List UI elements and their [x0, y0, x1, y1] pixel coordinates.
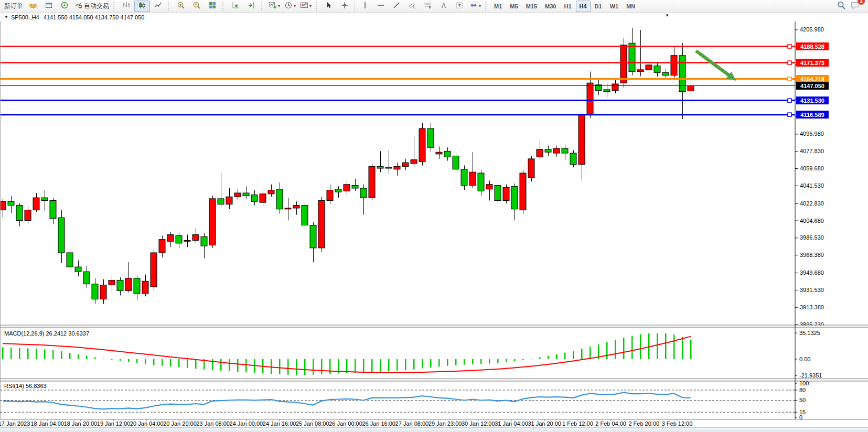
chart-background	[0, 13, 868, 427]
timeframe-MN[interactable]: MN	[623, 1, 639, 12]
svg-text:24 Jan 16:00: 24 Jan 16:00	[263, 420, 296, 427]
candlestick-chart-button[interactable]	[134, 1, 150, 12]
timeframe-D1[interactable]: D1	[591, 1, 606, 12]
crosshair-icon	[340, 1, 349, 11]
arrows-button[interactable]: ▾	[467, 1, 483, 12]
clock-icon	[284, 1, 293, 11]
svg-text:18 Jan 20:00: 18 Jan 20:00	[64, 420, 98, 427]
tile-windows-icon	[208, 1, 217, 11]
auto-trading-label: 自动交易	[84, 2, 109, 10]
bar-chart-button[interactable]	[119, 1, 134, 12]
trendline-button[interactable]	[389, 1, 404, 12]
svg-text:0: 0	[799, 414, 802, 420]
data-window-icon	[45, 1, 53, 11]
svg-text:4059.680: 4059.680	[800, 165, 824, 171]
svg-text:4147.050: 4147.050	[800, 83, 824, 89]
fibonacci-button[interactable]: F	[420, 1, 436, 12]
market-watch-button[interactable]	[25, 1, 41, 12]
timeframe-H4[interactable]: H4	[576, 1, 591, 12]
timeframe-M5[interactable]: M5	[506, 1, 521, 12]
zoom-in-button[interactable]	[173, 1, 189, 12]
svg-text:31 Jan 04:00: 31 Jan 04:00	[495, 420, 528, 427]
svg-text:31 Jan 20:00: 31 Jan 20:00	[528, 420, 561, 427]
new-chart-icon	[269, 1, 277, 11]
notification-badge: 1	[858, 0, 865, 5]
crosshair-button[interactable]	[337, 1, 352, 12]
auto-scroll-icon	[231, 1, 240, 11]
toolbar-separator	[222, 2, 226, 11]
svg-text:27 Jan 08:00: 27 Jan 08:00	[395, 420, 429, 427]
candlestick-chart-icon	[138, 1, 146, 11]
timeframe-M15[interactable]: M15	[522, 1, 541, 12]
svg-text:19 Jan 12:00: 19 Jan 12:00	[97, 420, 131, 427]
new-order-button[interactable]: 新订单	[2, 1, 25, 12]
timeframe-M30[interactable]: M30	[541, 1, 560, 12]
horizontal-line-icon	[377, 1, 385, 11]
period-button[interactable]: ▾	[282, 1, 298, 12]
cursor-button[interactable]	[321, 1, 337, 12]
text-button[interactable]: A	[436, 1, 452, 12]
svg-text:T: T	[458, 3, 462, 8]
market-watch-icon	[29, 1, 37, 11]
chart-shift-icon	[247, 1, 255, 11]
timeframe-H1[interactable]: H1	[560, 1, 575, 12]
svg-text:4205.980: 4205.980	[800, 26, 824, 33]
notifications-button[interactable]: 1	[850, 1, 861, 12]
trendline-icon	[392, 1, 401, 11]
svg-text:23 Jan 08:00: 23 Jan 08:00	[196, 420, 230, 427]
svg-text:4171.373: 4171.373	[800, 60, 824, 66]
toolbar-right-group: 1	[837, 1, 866, 12]
svg-text:4131.530: 4131.530	[800, 98, 824, 104]
line-chart-button[interactable]	[150, 1, 166, 12]
chart-ohlc-values: 4141.550 4154.050 4134.750 4147.050	[44, 14, 145, 20]
horizontal-line-button[interactable]	[373, 1, 389, 12]
chart-title-strip: ▼ SP500-,H4 4141.550 4154.050 4134.750 4…	[0, 13, 868, 21]
scroll-to-end-marker[interactable]: ▼	[665, 13, 669, 18]
navigator-icon	[60, 1, 69, 11]
tile-windows-button[interactable]	[205, 1, 220, 12]
price-chart[interactable]: 4205.9804187.8304169.1304150.9804132.830…	[0, 0, 868, 432]
auto-trading-icon	[74, 1, 83, 11]
svg-text:4004.680: 4004.680	[800, 218, 824, 224]
new-chart-button[interactable]: ▾	[266, 1, 282, 12]
text-label-button[interactable]: T	[452, 1, 467, 12]
svg-text:4041.530: 4041.530	[800, 182, 824, 189]
svg-text:50: 50	[799, 397, 806, 403]
svg-text:24 Jan 00:00: 24 Jan 00:00	[230, 420, 263, 427]
timeframe-M1[interactable]: M1	[490, 1, 506, 12]
zoom-out-button[interactable]	[189, 1, 205, 12]
svg-text:3968.380: 3968.380	[800, 252, 824, 258]
svg-text:29 Jan 23:00: 29 Jan 23:00	[428, 420, 462, 427]
search-icon[interactable]	[837, 1, 846, 12]
chart-collapse-icon[interactable]: ▼	[4, 15, 8, 19]
svg-text:1 Feb 12:00: 1 Feb 12:00	[562, 420, 593, 427]
svg-text:100: 100	[799, 380, 809, 386]
rsi-indicator-label: RSI(14) 56.8363	[4, 383, 47, 389]
auto-scroll-button[interactable]	[228, 1, 243, 12]
vertical-line-button[interactable]	[357, 1, 373, 12]
template-icon	[300, 1, 308, 11]
auto-trading-button[interactable]: 自动交易	[72, 1, 111, 12]
template-button[interactable]: ▾	[298, 1, 314, 12]
svg-text:4077.830: 4077.830	[800, 148, 824, 154]
svg-text:0.00: 0.00	[799, 356, 810, 362]
vertical-line-icon	[361, 1, 369, 11]
toolbar-separator	[168, 2, 171, 11]
toolbar-separator	[485, 2, 488, 11]
svg-text:80: 80	[799, 387, 806, 393]
timeframe-W1[interactable]: W1	[606, 1, 623, 12]
chart-shift-button[interactable]	[243, 1, 259, 12]
svg-text:4022.830: 4022.830	[800, 200, 824, 207]
svg-text:2 Feb 20:00: 2 Feb 20:00	[628, 420, 659, 427]
equidistant-channel-icon: E	[408, 1, 416, 11]
data-window-button[interactable]	[41, 1, 57, 12]
svg-text:20 Jan 20:00: 20 Jan 20:00	[163, 420, 197, 427]
svg-text:17 Jan 2023: 17 Jan 2023	[0, 420, 30, 427]
equidistant-channel-button[interactable]: E	[404, 1, 420, 12]
svg-text:4095.980: 4095.980	[800, 131, 824, 137]
time-axis: 17 Jan 202318 Jan 04:0018 Jan 20:0019 Ja…	[0, 419, 692, 427]
navigator-button[interactable]	[57, 1, 72, 12]
zoom-out-icon	[192, 1, 201, 11]
toolbar-separator	[261, 2, 264, 11]
mt4-window: 新订单 自动交易 ▾ ▾ ▾ E F A T ▾ M	[0, 0, 868, 432]
